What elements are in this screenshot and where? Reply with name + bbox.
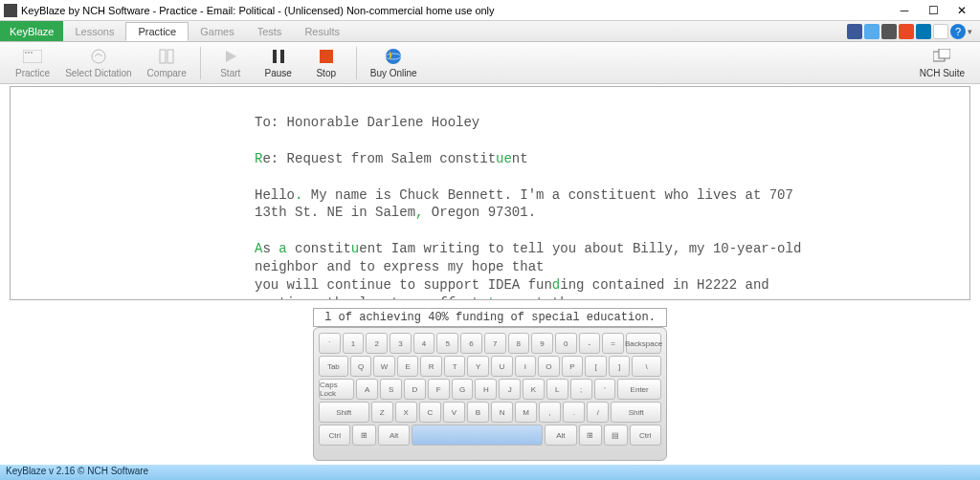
facebook-icon[interactable] bbox=[847, 24, 862, 39]
key-rwin: ⊞ bbox=[579, 425, 602, 446]
tab-games[interactable]: Games bbox=[189, 21, 245, 41]
select-dictation-button[interactable]: Select Dictation bbox=[57, 45, 139, 80]
compare-icon bbox=[157, 47, 176, 66]
svg-rect-2 bbox=[28, 52, 30, 54]
title-bar: KeyBlaze by NCH Software - Practice - Em… bbox=[0, 0, 980, 21]
help-dropdown-icon[interactable]: ▾ bbox=[968, 27, 972, 36]
tab-lessons[interactable]: Lessons bbox=[63, 21, 125, 41]
key-i: I bbox=[515, 356, 537, 377]
virtual-keyboard: ` 1 2 3 4 5 6 7 8 9 0 - = Backspace Tab … bbox=[313, 327, 667, 461]
practice-button[interactable]: Practice bbox=[8, 45, 57, 80]
nch-suite-button[interactable]: NCH Suite bbox=[912, 45, 972, 80]
key-6: 6 bbox=[460, 333, 482, 354]
key-f: F bbox=[428, 379, 450, 400]
key-ralt: Alt bbox=[545, 425, 576, 446]
key-g: G bbox=[452, 379, 474, 400]
key-y: Y bbox=[467, 356, 489, 377]
svg-rect-6 bbox=[167, 50, 173, 63]
svg-marker-7 bbox=[226, 51, 236, 62]
key-bslash: \ bbox=[632, 356, 661, 377]
svg-point-4 bbox=[92, 50, 105, 63]
tab-tests[interactable]: Tests bbox=[246, 21, 294, 41]
key-v: V bbox=[443, 402, 465, 423]
key-enter: Enter bbox=[617, 379, 661, 400]
share-icon[interactable] bbox=[881, 24, 897, 39]
status-bar: KeyBlaze v 2.16 © NCH Software bbox=[0, 465, 980, 480]
key-lctrl: Ctrl bbox=[319, 425, 350, 446]
key-a: A bbox=[356, 379, 378, 400]
key-rbracket: ] bbox=[609, 356, 631, 377]
key-j: J bbox=[499, 379, 521, 400]
svg-rect-9 bbox=[280, 50, 284, 63]
key-9: 9 bbox=[531, 333, 553, 354]
key-capslock: Caps Lock bbox=[319, 379, 354, 400]
key-lalt: Alt bbox=[378, 425, 410, 446]
key-lshift: Shift bbox=[319, 402, 369, 423]
key-p: P bbox=[562, 356, 584, 377]
pause-button[interactable]: Pause bbox=[255, 45, 302, 80]
close-button[interactable]: ✕ bbox=[947, 1, 976, 20]
key-row-1: ` 1 2 3 4 5 6 7 8 9 0 - = Backspace bbox=[319, 333, 661, 354]
svg-rect-3 bbox=[31, 52, 33, 54]
key-x: X bbox=[395, 402, 417, 423]
tab-results[interactable]: Results bbox=[293, 21, 351, 41]
key-tab: Tab bbox=[319, 356, 348, 377]
key-row-3: Caps Lock A S D F G H J K L ; ' Enter bbox=[319, 379, 661, 400]
key-rshift: Shift bbox=[611, 402, 661, 423]
buy-online-button[interactable]: Buy Online bbox=[363, 45, 425, 80]
key-k: K bbox=[523, 379, 545, 400]
key-d: D bbox=[404, 379, 426, 400]
key-2: 2 bbox=[366, 333, 388, 354]
svg-rect-5 bbox=[160, 50, 166, 63]
key-row-4: Shift Z X C V B N M , . / Shift bbox=[319, 402, 661, 423]
key-comma: , bbox=[539, 402, 561, 423]
key-4: 4 bbox=[413, 333, 435, 354]
minimize-button[interactable]: ─ bbox=[890, 1, 919, 20]
stop-icon bbox=[317, 47, 336, 66]
key-0: 0 bbox=[555, 333, 577, 354]
pause-icon bbox=[269, 47, 288, 66]
typing-panel: To: Honorable Darlene Hooley Re: Request… bbox=[10, 86, 970, 300]
start-button[interactable]: Start bbox=[207, 45, 255, 80]
tab-practice[interactable]: Practice bbox=[125, 22, 189, 41]
key-backtick: ` bbox=[319, 333, 341, 354]
compare-button[interactable]: Compare bbox=[140, 45, 194, 80]
social-icons: ? ▾ bbox=[847, 21, 980, 41]
suite-icon bbox=[932, 47, 951, 66]
key-1: 1 bbox=[343, 333, 365, 354]
key-quote: ' bbox=[594, 379, 616, 400]
maximize-button[interactable]: ☐ bbox=[919, 1, 947, 20]
linkedin-icon[interactable] bbox=[916, 24, 931, 39]
key-lbracket: [ bbox=[585, 356, 607, 377]
key-q: Q bbox=[350, 356, 372, 377]
toolbar: Practice Select Dictation Compare Start … bbox=[0, 42, 980, 84]
key-8: 8 bbox=[508, 333, 530, 354]
app-tab[interactable]: KeyBlaze bbox=[0, 21, 63, 41]
key-u: U bbox=[491, 356, 513, 377]
typing-text: To: Honorable Darlene Hooley Re: Request… bbox=[255, 114, 969, 300]
key-n: N bbox=[491, 402, 513, 423]
key-h: H bbox=[475, 379, 497, 400]
play-icon bbox=[221, 47, 240, 66]
key-7: 7 bbox=[484, 333, 506, 354]
key-equals: = bbox=[602, 333, 624, 354]
stumble-icon[interactable] bbox=[899, 24, 914, 39]
key-rctrl: Ctrl bbox=[630, 425, 661, 446]
key-minus: - bbox=[579, 333, 601, 354]
key-z: Z bbox=[371, 402, 393, 423]
dropdown-icon[interactable] bbox=[933, 24, 948, 39]
key-lwin: ⊞ bbox=[352, 425, 375, 446]
key-l: L bbox=[546, 379, 568, 400]
key-m: M bbox=[515, 402, 537, 423]
key-3: 3 bbox=[390, 333, 412, 354]
key-c: C bbox=[419, 402, 441, 423]
svg-rect-1 bbox=[25, 52, 27, 54]
svg-rect-10 bbox=[320, 50, 333, 63]
key-t: T bbox=[444, 356, 466, 377]
key-s: S bbox=[380, 379, 402, 400]
twitter-icon[interactable] bbox=[864, 24, 880, 39]
key-row-5: Ctrl ⊞ Alt Alt ⊞ ▤ Ctrl bbox=[319, 425, 661, 446]
stop-button[interactable]: Stop bbox=[302, 45, 350, 80]
help-icon[interactable]: ? bbox=[950, 24, 966, 39]
app-icon bbox=[4, 4, 17, 17]
